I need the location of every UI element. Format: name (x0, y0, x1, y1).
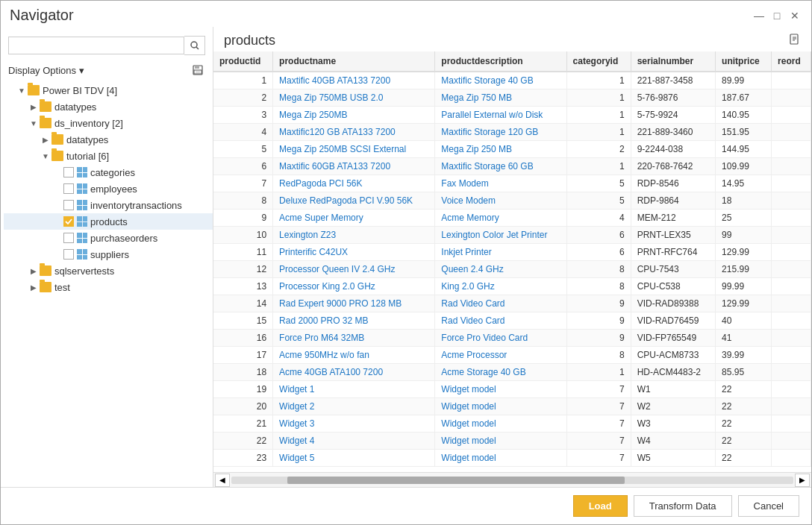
search-button[interactable] (184, 36, 205, 55)
tree-item-categories[interactable]: ▶ categories (4, 164, 213, 180)
table-cell: 12 (213, 261, 273, 278)
toggle-icon: ▼ (28, 117, 40, 129)
table-cell: 7 (213, 175, 273, 192)
scroll-left-button[interactable]: ◀ (215, 474, 230, 487)
table-cell: RDP-9864 (631, 192, 715, 210)
table-row: 15Rad 2000 PRO 32 MBRad Video Card9VID-R… (213, 312, 811, 330)
table-cell: 140.95 (716, 107, 772, 124)
tree-item-employees[interactable]: ▶ employees (4, 180, 213, 197)
table-cell: 19 (213, 381, 273, 398)
tree-item-products[interactable]: ▶ products (4, 213, 213, 230)
tree-item-ds-inventory[interactable]: ▼ ds_inventory [2] (4, 115, 213, 131)
table-cell: Processor King 2.0 GHz (273, 278, 435, 295)
tree-label: tutorial [6] (66, 151, 109, 162)
display-options-label: Display Options (8, 65, 76, 76)
table-cell: 129.99 (716, 244, 772, 261)
table-cell: 7 (566, 398, 631, 415)
table-cell (772, 312, 811, 330)
table-cell: 22 (716, 450, 772, 467)
table-cell: 5-75-9924 (631, 107, 715, 124)
tree-label: ds_inventory [2] (54, 118, 123, 129)
export-icon-button[interactable] (789, 34, 801, 48)
scroll-track[interactable] (231, 477, 793, 484)
table-cell: 9 (566, 295, 631, 312)
table-cell: 85.95 (716, 364, 772, 381)
tree-item-powerbi[interactable]: ▼ Power BI TDV [4] (4, 82, 213, 98)
table-cell: Force Pro M64 32MB (273, 330, 435, 347)
table-cell: VID-RAD76459 (631, 312, 715, 330)
tree-item-test[interactable]: ▶ test (4, 279, 213, 295)
table-cell: 9 (566, 312, 631, 330)
table-cell: VID-FP765549 (631, 330, 715, 347)
table-cell (772, 158, 811, 175)
tree-label: suppliers (90, 249, 129, 260)
tree-item-suppliers[interactable]: ▶ suppliers (4, 246, 213, 262)
table-cell: 6 (213, 158, 273, 175)
scroll-right-button[interactable]: ▶ (795, 474, 810, 487)
toggle-icon: ▶ (28, 265, 40, 277)
table-cell (772, 124, 811, 141)
tree-checkbox-suppliers[interactable] (63, 249, 74, 260)
table-cell (772, 261, 811, 278)
folder-icon (40, 101, 51, 112)
display-options-button[interactable]: Display Options ▾ (8, 65, 84, 76)
table-cell: 7 (566, 433, 631, 450)
col-productname: productname (273, 51, 435, 72)
table-cell: W3 (631, 415, 715, 433)
left-panel: Display Options ▾ ▼ (1, 27, 213, 487)
table-cell: 8 (566, 278, 631, 295)
table-cell: Mega Zip 250MB (273, 107, 435, 124)
tree-checkbox-inventorytransactions[interactable] (63, 200, 74, 210)
minimize-button[interactable]: — (752, 8, 766, 23)
table-cell: Acme 950MHz w/o fan (273, 347, 435, 364)
table-cell: 20 (213, 398, 273, 415)
table-cell: 5 (566, 175, 631, 192)
table-cell: Parallel External w/o Disk (435, 107, 566, 124)
folder-icon (40, 118, 51, 128)
table-cell: HD-ACM4483-2 (631, 364, 715, 381)
table-row: 10Lexington Z23Lexington Color Jet Print… (213, 227, 811, 244)
tree-item-tutorial[interactable]: ▼ tutorial [6] (4, 148, 213, 164)
close-button[interactable]: ✕ (787, 8, 802, 23)
table-cell: Deluxe RedPagoda PCI V.90 56K (273, 192, 435, 210)
tree-item-inventorytransactions[interactable]: ▶ inventorytransactions (4, 197, 213, 213)
load-button[interactable]: Load (573, 495, 628, 517)
table-cell (772, 415, 811, 433)
tree-item-sqlservertests[interactable]: ▶ sqlservertests (4, 262, 213, 279)
chevron-down-icon: ▾ (79, 65, 84, 76)
table-cell (772, 450, 811, 467)
table-row: 13Processor King 2.0 GHzKing 2.0 GHz8CPU… (213, 278, 811, 295)
transform-data-button[interactable]: Transform Data (634, 495, 732, 517)
table-cell: Fax Modem (435, 175, 566, 192)
cancel-button[interactable]: Cancel (738, 495, 799, 517)
search-input[interactable] (8, 37, 184, 54)
table-cell: 7 (566, 381, 631, 398)
tree-label: purchaseorders (90, 233, 157, 244)
table-cell: 39.99 (716, 347, 772, 364)
maximize-button[interactable]: □ (769, 8, 784, 23)
preview-title: products (224, 33, 275, 48)
folder-icon (40, 282, 51, 292)
tree-checkbox-purchaseorders[interactable] (63, 233, 74, 243)
table-row: 8Deluxe RedPagoda PCI V.90 56KVoice Mode… (213, 192, 811, 210)
table-cell: 221-889-3460 (631, 124, 715, 141)
toggle-icon: ▼ (40, 150, 51, 162)
table-row: 19Widget 1Widget model7W122 (213, 381, 811, 398)
tree-checkbox-categories[interactable] (63, 167, 74, 177)
tree-checkbox-employees[interactable] (63, 183, 74, 194)
table-cell: Mega Zip 750MB USB 2.0 (273, 89, 435, 107)
tree-item-datatypes1[interactable]: ▶ datatypes (4, 98, 213, 115)
table-cell: Mega Zip 250MB SCSI External (273, 141, 435, 158)
table-cell: 2 (566, 141, 631, 158)
save-layout-button[interactable] (190, 63, 205, 78)
table-cell: 1 (566, 72, 631, 89)
tree-item-purchaseorders[interactable]: ▶ purchaseorders (4, 230, 213, 246)
table-scroll-area[interactable]: productid productname productdescription… (213, 51, 811, 472)
table-cell: 129.99 (716, 295, 772, 312)
table-cell: 5 (566, 192, 631, 210)
tree-checkbox-products[interactable] (63, 216, 74, 227)
table-row: 17Acme 950MHz w/o fanAcme Processor8CPU-… (213, 347, 811, 364)
table-row: 11Printerific C42UXInkjet Printer6PRNT-R… (213, 244, 811, 261)
dialog-title: Navigator (10, 7, 74, 24)
tree-item-datatypes2[interactable]: ▶ datatypes (4, 131, 213, 148)
